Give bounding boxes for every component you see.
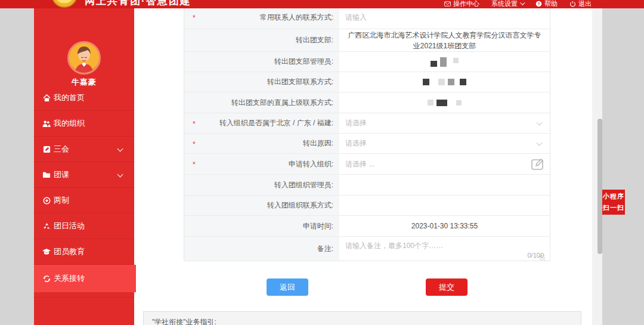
field-label: 转出团支部: [296, 35, 333, 45]
picker-placeholder: 请选择 ... [345, 159, 374, 169]
field-label: 转出团支部的直属上级联系方式: [231, 98, 333, 108]
sidebar-bottom-fill [34, 297, 134, 325]
field-value-cell [339, 92, 550, 113]
action-center-label: 操作中心 [453, 0, 479, 7]
sidebar-item-label: 团课 [54, 169, 69, 180]
sidebar-item-label: 三会 [54, 144, 69, 154]
form-row-apply-time: 申请时间: 2023-01-30 13:33:55 [184, 216, 550, 237]
field-label-cell: 转出团支部联系方式: [184, 72, 339, 92]
field-value-cell [339, 72, 550, 92]
edit-icon[interactable] [531, 157, 545, 171]
out-branch-value: 广西区北海市北海艺术设计学院人文教育学院分汉语言文学专业2021级1班团支部 [345, 30, 544, 51]
required-asterisk: * [193, 120, 196, 128]
chevron-down-icon [520, 0, 525, 5]
field-label-cell: 转入团组织联系方式: [184, 196, 339, 215]
badge-line1: 小程序 [602, 191, 625, 202]
sidebar-item-league-class[interactable]: 团课 [34, 162, 134, 188]
form-row-target-organization: * 申请转入组织: 请选择 ... [184, 154, 550, 175]
form-row-contact-method: * 常用联系人的联系方式: [184, 8, 550, 29]
system-settings-label: 系统设置 [491, 0, 518, 7]
field-value-cell: 请选择 ... [339, 154, 550, 174]
field-value-cell [339, 196, 550, 215]
guide-title: "学社衔接"业务指引: [152, 318, 216, 325]
sidebar-menu: 我的首页 我的组织 三会 团课 [34, 85, 134, 292]
main-content: * 常用联系人的联系方式: 转出团支部: 广西区北海市北海艺术设计学院人文教育学… [134, 8, 592, 325]
remark-textarea[interactable] [345, 237, 545, 261]
sidebar-item-label: 团员教育 [54, 246, 85, 257]
field-value-cell: 请选择 [339, 113, 550, 133]
field-value-cell [339, 52, 550, 72]
site-title: 网上共青团·智慧团建 [85, 0, 191, 8]
target-icon [42, 196, 51, 205]
field-value-cell: 广西区北海市北海艺术设计学院人文教育学院分汉语言文学专业2021级1班团支部 [339, 29, 550, 51]
league-logo [51, 0, 78, 8]
logout-label: 退出 [578, 0, 592, 7]
field-label: 转出团支部联系方式: [267, 77, 333, 87]
chevron-down-icon [117, 146, 123, 152]
sidebar-item-member-education[interactable]: 团员教育 [34, 239, 134, 265]
chevron-down-icon [537, 119, 543, 125]
question-icon: ? [535, 1, 542, 7]
field-label-cell: * 申请转入组织: [184, 154, 339, 174]
mini-program-qr-badge[interactable]: 小程序 扫一扫 [602, 190, 625, 215]
field-value-cell: 0/100 [339, 237, 550, 261]
field-label: 备注: [317, 244, 333, 254]
help-menu-item[interactable]: ? 帮助 [535, 0, 558, 7]
scrollbar-thumb[interactable] [597, 119, 602, 254]
field-label: 转入团组织联系方式: [267, 200, 333, 211]
form-row-out-branch-contact: 转出团支部联系方式: [184, 72, 550, 92]
action-center-menu-item[interactable]: 操作中心 [444, 0, 479, 7]
select-placeholder: 请选择 [345, 138, 367, 148]
recycle-icon [42, 222, 51, 230]
sidebar-item-league-day-activity[interactable]: 团日活动 [34, 213, 134, 239]
field-label-cell: 转入团组织管理员: [184, 175, 339, 195]
sidebar-item-three-meetings[interactable]: 三会 [34, 137, 134, 162]
form-row-out-branch: 转出团支部: 广西区北海市北海艺术设计学院人文教育学院分汉语言文学专业2021级… [184, 29, 550, 52]
transfer-reason-select[interactable]: 请选择 [345, 138, 544, 148]
svg-text:?: ? [537, 1, 540, 7]
field-label-cell: 转出团支部管理员: [184, 52, 339, 72]
back-button[interactable]: 返回 [267, 278, 308, 296]
required-asterisk: * [193, 14, 196, 22]
chevron-down-icon [537, 140, 543, 146]
logout-menu-item[interactable]: 退出 [569, 0, 592, 7]
sidebar-item-relation-transfer[interactable]: 关系接转 [34, 265, 136, 292]
field-label-cell: 申请时间: [184, 216, 339, 236]
redacted-value [428, 100, 462, 106]
form-row-in-org-admin: 转入团组织管理员: [184, 175, 550, 196]
field-label: 申请时间: [303, 221, 333, 231]
contact-method-input[interactable] [345, 13, 544, 21]
redacted-value [423, 79, 466, 85]
sidebar-item-two-systems[interactable]: 两制 [34, 188, 134, 213]
sidebar-item-my-organization[interactable]: 我的组织 [34, 111, 134, 137]
field-label-cell: * 转出原因: [184, 134, 339, 153]
users-icon [42, 119, 51, 128]
form-row-out-branch-superior-contact: 转出团支部的直属上级联系方式: [184, 92, 550, 113]
region-select[interactable]: 请选择 [345, 118, 544, 128]
sync-icon [42, 274, 51, 283]
field-label: 转出原因: [303, 138, 333, 148]
badge-line2: 扫一扫 [602, 202, 625, 213]
field-label-cell: 转出团支部: [184, 29, 339, 51]
required-asterisk: * [193, 140, 196, 148]
field-label: 转入组织是否属于北京 / 广东 / 福建: [219, 118, 333, 128]
edit-note-icon [42, 145, 51, 153]
sidebar-item-my-home[interactable]: 我的首页 [34, 85, 134, 111]
form-row-remark: 备注: 0/100 [184, 237, 550, 261]
sidebar-item-label: 团日活动 [54, 221, 85, 231]
field-label-cell: 转出团支部的直属上级联系方式: [184, 92, 339, 113]
redacted-value [431, 57, 459, 67]
resize-grip-icon[interactable] [540, 255, 545, 261]
help-label: 帮助 [544, 0, 558, 7]
field-label-cell: * 常用联系人的联系方式: [184, 8, 339, 29]
system-settings-menu-item[interactable]: 系统设置 [491, 0, 524, 7]
transfer-form: * 常用联系人的联系方式: 转出团支部: 广西区北海市北海艺术设计学院人文教育学… [184, 8, 550, 261]
submit-button[interactable]: 提交 [426, 278, 467, 296]
home-icon [42, 94, 51, 102]
scrollbar-track [592, 8, 602, 325]
field-label-cell: 备注: [184, 237, 339, 261]
chevron-down-icon [117, 172, 123, 178]
field-label: 转出团支部管理员: [274, 57, 333, 67]
power-icon [569, 1, 576, 7]
sidebar-item-label: 我的组织 [54, 118, 85, 129]
